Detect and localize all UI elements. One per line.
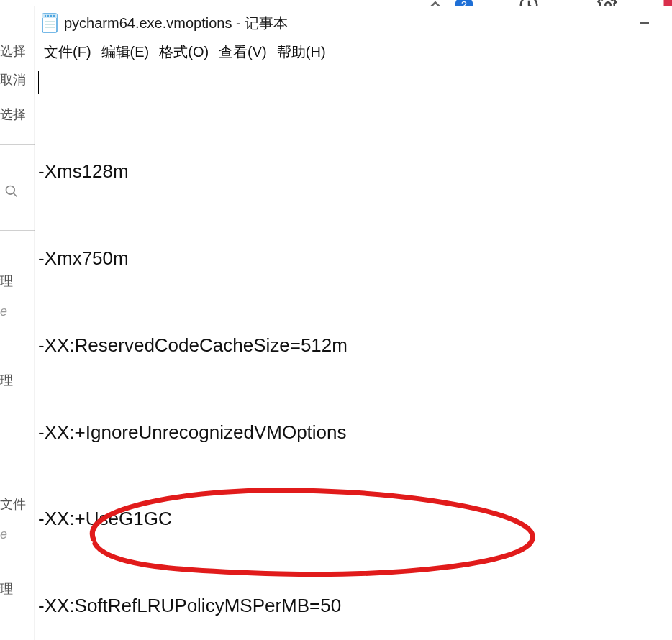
svg-point-11: [50, 15, 52, 17]
menu-edit[interactable]: 编辑(E): [97, 41, 154, 63]
bg-text: e: [0, 525, 7, 544]
bg-text: 选择: [0, 42, 26, 61]
divider: [0, 144, 35, 145]
background-toolbar: 2: [0, 0, 672, 6]
menu-view[interactable]: 查看(V): [214, 41, 271, 63]
editor-line: -Xmx750m: [38, 244, 669, 273]
menu-format[interactable]: 格式(O): [155, 41, 213, 63]
window-title: pycharm64.exe.vmoptions - 记事本: [64, 14, 288, 33]
bg-text: 理: [0, 371, 13, 390]
minimize-button[interactable]: [632, 13, 658, 33]
bg-text: 理: [0, 580, 13, 599]
svg-point-0: [6, 186, 15, 195]
text-caret: [38, 71, 39, 94]
bg-text: 取消: [0, 70, 26, 90]
menubar: 文件(F) 编辑(E) 格式(O) 查看(V) 帮助(H): [35, 40, 672, 68]
editor-line: -XX:+IgnoreUnrecognizedVMOptions: [38, 418, 669, 447]
bg-text: 理: [0, 272, 13, 291]
divider: [0, 230, 35, 231]
menu-file[interactable]: 文件(F): [40, 41, 96, 63]
notepad-app-icon: [41, 12, 58, 34]
editor-line: -XX:+UseG1GC: [38, 504, 669, 533]
notepad-window: pycharm64.exe.vmoptions - 记事本 文件(F) 编辑(E…: [35, 6, 672, 640]
svg-point-12: [53, 15, 55, 17]
svg-line-1: [14, 193, 17, 197]
svg-point-9: [45, 15, 46, 17]
editor-line: -XX:ReservedCodeCacheSize=512m: [38, 331, 669, 360]
editor-line: -XX:SoftRefLRUPolicyMSPerMB=50: [38, 591, 669, 620]
svg-point-10: [47, 15, 49, 17]
editor-area[interactable]: -Xms128m -Xmx750m -XX:ReservedCodeCacheS…: [35, 68, 672, 640]
background-panel: 选择 取消 选择 理 e 理 文件 e 理: [0, 0, 36, 640]
window-controls: [632, 13, 666, 33]
bg-text: e: [0, 302, 7, 321]
titlebar[interactable]: pycharm64.exe.vmoptions - 记事本: [35, 6, 672, 40]
search-icon[interactable]: [4, 184, 19, 198]
menu-help[interactable]: 帮助(H): [273, 41, 330, 63]
bg-text: 文件: [0, 495, 26, 514]
bg-text: 选择: [0, 105, 26, 124]
editor-line: -Xms128m: [38, 157, 669, 186]
